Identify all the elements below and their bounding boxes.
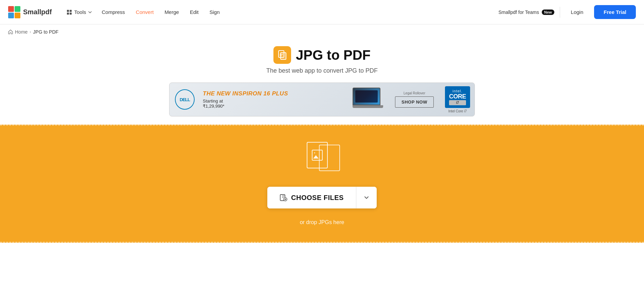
header: Smallpdf Tools Compress Convert Merge Ed… bbox=[0, 0, 644, 24]
ad-legal-text: Legal Rollover bbox=[404, 91, 425, 95]
free-trial-button[interactable]: Free Trial bbox=[594, 5, 636, 19]
svg-rect-4 bbox=[67, 10, 69, 12]
tools-label: Tools bbox=[74, 9, 86, 15]
svg-rect-1 bbox=[15, 6, 20, 12]
nav-merge[interactable]: Merge bbox=[159, 6, 184, 18]
file-card-front bbox=[307, 142, 328, 168]
ad-text: THE NEW INSPIRON 16 PLUS Starting at ₹1,… bbox=[200, 90, 347, 109]
ad-headline: THE NEW INSPIRON 16 PLUS bbox=[203, 90, 345, 97]
image-icon bbox=[312, 150, 323, 161]
svg-rect-9 bbox=[281, 53, 286, 59]
breadcrumb: Home › JPG to PDF bbox=[0, 24, 644, 39]
logo-link[interactable]: Smallpdf bbox=[8, 6, 52, 18]
main-content: JPG to PDF The best web app to convert J… bbox=[0, 39, 644, 243]
intel-core-box: intel. CORE i7 bbox=[445, 86, 470, 108]
choose-files-row: CHOOSE FILES bbox=[267, 187, 377, 208]
intel-text: intel. bbox=[449, 89, 466, 93]
nav-sign[interactable]: Sign bbox=[204, 6, 225, 18]
chevron-down-icon bbox=[88, 10, 92, 14]
svg-rect-7 bbox=[70, 13, 72, 15]
drop-zone[interactable]: CHOOSE FILES or drop JPGs here bbox=[0, 125, 644, 243]
svg-rect-3 bbox=[15, 13, 20, 18]
choose-files-icon bbox=[280, 194, 288, 202]
logo-icon bbox=[8, 6, 20, 18]
core-text: CORE bbox=[449, 93, 466, 100]
grid-icon bbox=[67, 10, 72, 15]
shop-now-button[interactable]: SHOP NOW bbox=[395, 96, 434, 108]
drop-zone-inner: CHOOSE FILES or drop JPGs here bbox=[267, 142, 377, 225]
ad-shop-area: Legal Rollover SHOP NOW bbox=[388, 91, 441, 108]
choose-files-dropdown-button[interactable] bbox=[356, 187, 377, 208]
nav-edit[interactable]: Edit bbox=[184, 6, 204, 18]
page-subtitle: The best web app to convert JPG to PDF bbox=[266, 67, 378, 74]
ad-banner[interactable]: DELL THE NEW INSPIRON 16 PLUS Starting a… bbox=[169, 83, 475, 116]
header-right: Smallpdf for Teams New Login Free Trial bbox=[498, 5, 636, 19]
chevron-down-icon-2 bbox=[363, 194, 370, 201]
choose-files-label: CHOOSE FILES bbox=[291, 194, 344, 202]
teams-label: Smallpdf for Teams bbox=[498, 10, 539, 15]
svg-rect-0 bbox=[8, 6, 14, 12]
file-icon-group bbox=[307, 142, 337, 176]
page-title: JPG to PDF bbox=[296, 48, 371, 63]
drop-hint: or drop JPGs here bbox=[300, 219, 344, 225]
laptop-screen bbox=[353, 88, 380, 105]
page-icon bbox=[273, 46, 291, 64]
header-divider bbox=[560, 7, 560, 18]
home-icon bbox=[8, 30, 13, 34]
ad-laptop-visual bbox=[347, 88, 388, 111]
svg-rect-6 bbox=[67, 13, 69, 15]
nav-tools[interactable]: Tools bbox=[62, 6, 96, 18]
ad-intel-area: intel. CORE i7 Intel Core i7 bbox=[441, 86, 475, 113]
login-button[interactable]: Login bbox=[566, 6, 589, 18]
i7-badge: i7 bbox=[449, 100, 466, 105]
nav-compress[interactable]: Compress bbox=[96, 6, 130, 18]
ad-dell-logo: DELL bbox=[169, 89, 200, 110]
laptop-shape bbox=[353, 88, 383, 111]
breadcrumb-home[interactable]: Home bbox=[15, 29, 28, 35]
choose-files-button[interactable]: CHOOSE FILES bbox=[267, 187, 356, 208]
laptop-base bbox=[353, 105, 383, 108]
logo-text: Smallpdf bbox=[23, 8, 52, 16]
ad-subtext: Starting at ₹1,29,990* bbox=[203, 98, 345, 109]
intel-caption: Intel Core i7 bbox=[448, 109, 467, 113]
nav-convert[interactable]: Convert bbox=[130, 6, 159, 18]
dell-logo-circle: DELL bbox=[175, 89, 195, 110]
svg-rect-5 bbox=[70, 10, 72, 12]
teams-link[interactable]: Smallpdf for Teams New bbox=[498, 10, 554, 15]
new-badge: New bbox=[542, 10, 554, 15]
breadcrumb-separator: › bbox=[30, 30, 31, 34]
title-row: JPG to PDF bbox=[266, 46, 378, 64]
svg-rect-2 bbox=[8, 13, 14, 18]
title-section: JPG to PDF The best web app to convert J… bbox=[266, 46, 378, 74]
breadcrumb-current: JPG to PDF bbox=[33, 29, 58, 35]
